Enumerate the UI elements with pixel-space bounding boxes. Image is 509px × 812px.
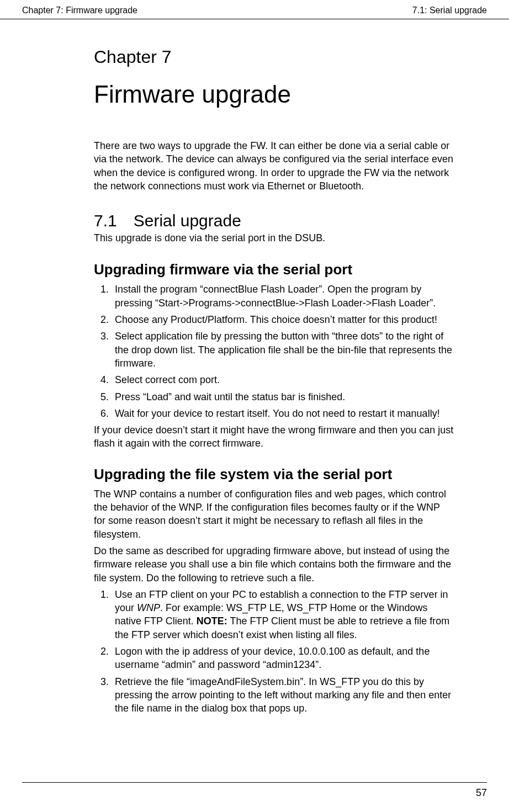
filesystem-heading: Upgrading the file system via the serial… [94, 466, 454, 483]
list-item: Select application file by pressing the … [112, 330, 454, 370]
list-item: Use an FTP client on your PC to establis… [112, 588, 454, 641]
step1-note: NOTE: [197, 615, 227, 627]
header-left: Chapter 7: Firmware upgrade [22, 6, 137, 15]
filesystem-steps: Use an FTP client on your PC to establis… [94, 588, 454, 715]
section-number: 7.1 [94, 211, 117, 230]
list-item: Press “Load” and wait until the status b… [112, 390, 454, 404]
header-right: 7.1: Serial upgrade [412, 6, 487, 15]
step1-wnp: WNP [137, 602, 160, 613]
page-header: Chapter 7: Firmware upgrade 7.1: Serial … [0, 0, 509, 19]
chapter-number: Chapter 7 [94, 47, 454, 67]
section-title: Serial upgrade [134, 211, 241, 230]
firmware-steps: Install the program “connectBlue Flash L… [94, 283, 454, 420]
page-footer: 57 [22, 782, 487, 799]
list-item: Wait for your device to restart itself. … [112, 407, 454, 420]
chapter-title: Firmware upgrade [94, 81, 454, 108]
page-number: 57 [476, 787, 487, 798]
list-item: Retrieve the file “imageAndFileSystem.bi… [112, 675, 454, 715]
firmware-after-text: If your device doesn’t start it might ha… [94, 423, 454, 450]
filesystem-para-2: Do the same as described for upgrading f… [94, 544, 454, 585]
page-content: Chapter 7 Firmware upgrade There are two… [0, 19, 509, 715]
chapter-intro: There are two ways to upgrade the FW. It… [94, 139, 454, 193]
section-subtext: This upgrade is done via the serial port… [94, 231, 454, 245]
filesystem-para-1: The WNP contains a number of configurati… [94, 487, 454, 541]
list-item: Install the program “connectBlue Flash L… [112, 283, 454, 310]
list-item: Choose any Product/Platform. This choice… [112, 313, 454, 326]
section-heading: 7.1Serial upgrade [94, 211, 454, 230]
list-item: Logon with the ip address of your device… [112, 645, 454, 672]
list-item: Select correct com port. [112, 373, 454, 386]
firmware-heading: Upgrading firmware via the serial port [94, 261, 454, 278]
